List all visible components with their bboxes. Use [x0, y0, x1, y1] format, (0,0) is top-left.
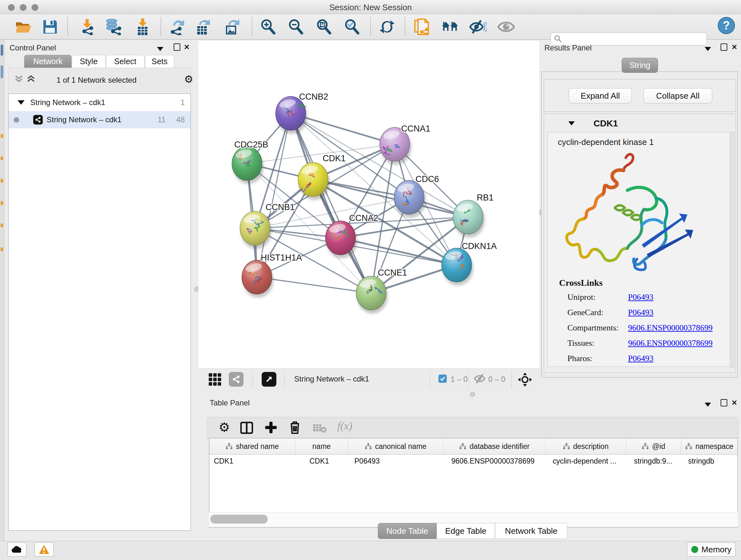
- network-collection-row[interactable]: String Network – cdk1 1: [9, 94, 191, 111]
- crosslink-value[interactable]: P06493: [628, 354, 653, 363]
- hide-eye-icon[interactable]: [469, 18, 487, 35]
- network-row-selected[interactable]: String Network – cdk1 11 48: [9, 111, 191, 128]
- crosslink-value[interactable]: P06493: [628, 293, 653, 302]
- share-icon[interactable]: [229, 372, 244, 387]
- crosslink-label: Tissues:: [567, 338, 594, 348]
- collection-expander-icon[interactable]: [17, 100, 24, 105]
- expand-all-button[interactable]: Expand All: [569, 88, 632, 104]
- column-header[interactable]: name: [295, 438, 348, 454]
- network-node-count: 11: [158, 115, 165, 124]
- houses-icon[interactable]: [441, 18, 459, 35]
- status-bar: Memory: [0, 541, 741, 560]
- eye-off-icon: [474, 373, 486, 385]
- float-panel-icon[interactable]: [174, 44, 180, 53]
- control-panel-title: Control Panel: [10, 44, 56, 52]
- save-icon[interactable]: [41, 18, 59, 35]
- import-table-icon[interactable]: [134, 18, 151, 35]
- tab-string[interactable]: String: [622, 58, 658, 73]
- column-header[interactable]: shared name: [209, 438, 295, 454]
- svg-text:CCNA1: CCNA1: [401, 124, 430, 133]
- grid-icon[interactable]: [208, 373, 222, 388]
- chevron-down-icon[interactable]: [157, 45, 163, 53]
- tab-select[interactable]: Select: [106, 55, 145, 68]
- memory-status-dot: [691, 546, 698, 553]
- current-network-dot: [14, 117, 19, 123]
- zoom-selected-icon[interactable]: [343, 18, 361, 35]
- svg-text:CCNE1: CCNE1: [378, 268, 407, 277]
- tab-network[interactable]: Network: [24, 55, 71, 68]
- table-header: shared name name canonical name database…: [209, 438, 738, 455]
- gear-icon[interactable]: ⚙: [219, 420, 230, 435]
- column-header[interactable]: database identifier: [444, 438, 546, 454]
- svg-text:HIST1H1A: HIST1H1A: [261, 253, 302, 262]
- collection-label: String Network – cdk1: [30, 98, 105, 107]
- expand-all-icon[interactable]: [26, 75, 36, 83]
- crosslink-value[interactable]: 9606.ENSP00000378699: [628, 338, 713, 348]
- import-network-database-icon[interactable]: [105, 18, 122, 35]
- table-scrollbar-thumb[interactable]: [210, 515, 268, 523]
- window-title: Session: New Session: [0, 3, 741, 12]
- crosslink-label: Uniprot:: [567, 293, 596, 302]
- warning-button[interactable]: [35, 543, 54, 557]
- column-header[interactable]: canonical name: [348, 438, 444, 454]
- function-icon[interactable]: f(x): [337, 420, 352, 432]
- export-table-icon[interactable]: [194, 18, 212, 35]
- delete-table-icon[interactable]: [313, 423, 327, 435]
- gear-icon[interactable]: ⚙: [184, 73, 193, 85]
- bottom-divider-gripper[interactable]: [470, 392, 475, 397]
- add-column-icon[interactable]: [265, 421, 277, 435]
- collapse-all-button[interactable]: Collapse All: [643, 88, 712, 104]
- apply-layout-icon[interactable]: [378, 18, 396, 35]
- export-network-icon[interactable]: [168, 18, 186, 35]
- chevron-down-icon[interactable]: [704, 45, 711, 53]
- import-network-file-icon[interactable]: [78, 18, 96, 35]
- column-header[interactable]: namespace: [681, 438, 738, 454]
- chevron-down-icon[interactable]: [704, 400, 711, 409]
- cloud-icon: [11, 546, 23, 553]
- table-row[interactable]: CDK1 CDK1 P06493 9606.ENSP00000378699 cy…: [209, 455, 738, 468]
- help-icon[interactable]: ?: [718, 17, 735, 34]
- show-eye-icon[interactable]: [497, 18, 515, 35]
- tab-style[interactable]: Style: [72, 55, 106, 68]
- tab-node-table[interactable]: Node Table: [378, 523, 436, 539]
- hidden-count: 0 – 0: [488, 375, 505, 384]
- network-selected-status: 1 of 1 Network selected: [57, 76, 137, 84]
- tab-network-table[interactable]: Network Table: [495, 523, 567, 539]
- float-panel-icon[interactable]: [721, 44, 727, 53]
- protein-structure-image: [560, 152, 697, 280]
- export-image-icon[interactable]: [223, 18, 241, 35]
- open-in-new-icon[interactable]: [262, 372, 276, 387]
- zoom-out-icon[interactable]: [287, 18, 305, 35]
- close-panel-icon[interactable]: ✕: [731, 399, 737, 407]
- trash-icon[interactable]: [289, 421, 301, 436]
- memory-button[interactable]: Memory: [687, 543, 736, 557]
- clone-network-icon[interactable]: [413, 18, 431, 35]
- shared-column-icon: [365, 443, 372, 449]
- section-expander-icon[interactable]: [568, 121, 575, 127]
- open-folder-icon[interactable]: [15, 18, 32, 35]
- column-header[interactable]: @id: [626, 438, 681, 454]
- svg-text:?: ?: [723, 19, 730, 32]
- tab-edge-table[interactable]: Edge Table: [436, 523, 495, 539]
- title-bar: Session: New Session: [0, 0, 741, 14]
- close-panel-icon[interactable]: ✕: [731, 43, 737, 51]
- column-header[interactable]: description: [546, 438, 626, 454]
- split-view-icon[interactable]: [240, 422, 253, 435]
- crosslink-value[interactable]: P06493: [628, 308, 653, 317]
- crosslink-value[interactable]: 9606.ENSP00000378699: [628, 323, 713, 333]
- cloud-button[interactable]: [7, 543, 26, 557]
- checkbox-icon[interactable]: [439, 374, 447, 383]
- application-window: Session: New Session: [0, 0, 741, 560]
- tab-sets[interactable]: Sets: [145, 55, 174, 68]
- svg-text:CCNB1: CCNB1: [266, 202, 295, 212]
- shared-column-icon: [642, 443, 649, 449]
- float-panel-icon[interactable]: [721, 399, 727, 408]
- zoom-in-icon[interactable]: [259, 18, 277, 35]
- zoom-fit-icon[interactable]: [315, 18, 333, 35]
- birdseye-icon[interactable]: [518, 372, 532, 388]
- network-canvas[interactable]: CCNB2CCNA1CDC25BCDK1CDC6RB1CCNB1CCNA2CDK…: [199, 41, 539, 368]
- close-panel-icon[interactable]: ✕: [184, 43, 190, 51]
- collapse-all-icon[interactable]: [14, 75, 23, 83]
- network-edge-count: 48: [176, 115, 185, 124]
- results-scrollbar[interactable]: [730, 132, 734, 368]
